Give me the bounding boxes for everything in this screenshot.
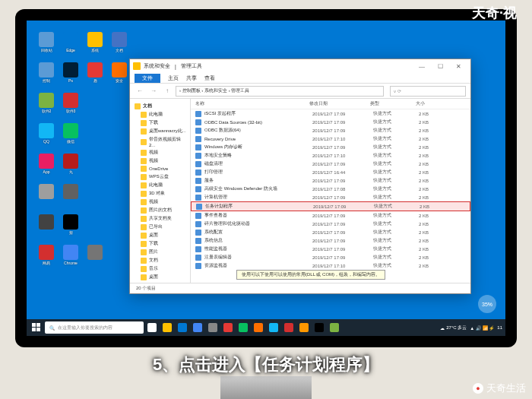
file-row[interactable]: iSCSI 发起程序2019/12/7 17:09快捷方式2 KB <box>191 109 470 118</box>
desktop-icon[interactable] <box>34 214 59 231</box>
tooltip: 使用可以下使用可以使用的常用(DLL 或 COM)，组装，和编写内容。 <box>236 270 385 280</box>
sidebar-item[interactable]: 已导出 <box>130 223 190 231</box>
taskbar-app[interactable] <box>328 321 341 334</box>
file-row[interactable]: 系统配置2019/12/7 17:09快捷方式2 KB <box>191 228 470 236</box>
desktop-icon[interactable]: Chrome <box>59 245 83 266</box>
shortcut-icon <box>195 246 201 252</box>
maximize-button[interactable]: ☐ <box>431 61 449 71</box>
desktop-icon[interactable]: 安全 <box>107 62 131 84</box>
taskbar-app[interactable] <box>191 321 204 334</box>
sidebar-item[interactable]: 图片的文档 <box>130 206 190 214</box>
sidebar-item[interactable]: 图片 <box>130 248 190 256</box>
svg-rect-1 <box>36 323 40 327</box>
desktop-icon[interactable] <box>59 184 83 201</box>
desktop-icon[interactable]: 网易 <box>34 245 59 266</box>
desktop-icon[interactable]: App <box>34 154 59 175</box>
start-button[interactable] <box>30 321 43 334</box>
taskbar-app[interactable] <box>221 321 235 334</box>
clock[interactable]: 11 <box>497 325 502 330</box>
sidebar-item[interactable]: WPS云盘 <box>130 173 190 181</box>
desktop-icon[interactable]: 丸 <box>59 154 83 175</box>
desktop-icon[interactable]: 微信 <box>59 123 83 144</box>
back-button[interactable]: ← <box>135 86 145 97</box>
desktop-icon[interactable]: 回收站 <box>34 32 59 53</box>
desktop-icon[interactable]: 软件2 <box>34 93 59 114</box>
titlebar[interactable]: 系统和安全 | 管理工具 — ☐ ✕ <box>130 59 470 73</box>
desktop-icon[interactable] <box>83 245 107 261</box>
file-row[interactable]: 本地安全策略2019/12/7 17:10快捷方式2 KB <box>191 151 470 160</box>
minimize-button[interactable]: — <box>413 61 431 71</box>
close-button[interactable]: ✕ <box>449 61 467 71</box>
sidebar-item[interactable]: 此电脑 <box>130 181 190 189</box>
desktop-icon[interactable]: QQ <box>34 123 59 144</box>
file-row[interactable]: 性能监视器2019/12/7 17:09快捷方式2 KB <box>191 245 470 253</box>
file-row[interactable]: 注册表编辑器2019/12/7 17:09快捷方式2 KB <box>191 253 470 261</box>
taskbar-app[interactable] <box>282 321 296 334</box>
tray-icons[interactable]: ▲ 🔊 📶 ⚡ <box>470 325 494 331</box>
file-row[interactable]: ODBC 数据源(64)2019/12/7 17:09快捷方式2 KB <box>191 126 470 135</box>
file-row[interactable]: 任务计划程序2019/12/7 17:09快捷方式2 KB <box>191 201 470 211</box>
recording-indicator[interactable]: 35% <box>478 295 496 313</box>
taskbar-app[interactable] <box>297 321 311 334</box>
tab-home[interactable]: 主页 <box>168 74 179 82</box>
taskbar-search[interactable]: 🔍在这里输入你要搜索的内容 <box>45 321 144 334</box>
shortcut-icon <box>195 178 201 184</box>
sidebar-item[interactable]: 共享文档夹 <box>130 214 190 223</box>
sidebar-item[interactable]: 下载 <box>130 239 190 248</box>
sidebar-item[interactable]: 桌面 <box>130 231 190 239</box>
file-row[interactable]: 资源监视器2019/12/7 17:10快捷方式2 KB <box>191 261 470 270</box>
sidebar-item[interactable]: 视频 <box>130 198 190 206</box>
up-button[interactable]: ↑ <box>162 86 173 97</box>
sidebar-item[interactable]: 带音效视频剪辑2... <box>130 135 190 148</box>
desktop-icon[interactable]: Edge <box>59 32 83 53</box>
desktop-icon[interactable]: 控制 <box>34 62 59 84</box>
desktop-icon[interactable]: 系统 <box>83 32 107 53</box>
sidebar-item[interactable]: 桌面 <box>130 273 190 281</box>
sidebar-item[interactable]: 文档 <box>130 102 190 110</box>
desktop-icon[interactable]: Ps <box>59 62 83 84</box>
file-row[interactable]: 高级安全 Windows Defender 防火墙2019/12/7 17:08… <box>191 185 470 193</box>
file-row[interactable]: 服务2019/12/7 17:09快捷方式2 KB <box>191 176 470 185</box>
desktop-icon[interactable]: 文档 <box>107 32 131 53</box>
column-headers[interactable]: 名称 修改日期 类型 大小 <box>191 99 470 109</box>
file-row[interactable]: 打印管理2019/12/7 16:44快捷方式2 KB <box>191 168 470 176</box>
tab-share[interactable]: 共享 <box>186 74 197 82</box>
file-row[interactable]: 碎片整理和优化驱动器2019/12/7 17:09快捷方式2 KB <box>191 220 470 228</box>
sidebar-item[interactable]: 文档 <box>130 256 190 264</box>
file-tab[interactable]: 文件 <box>135 74 160 83</box>
desktop-icon[interactable] <box>34 184 59 201</box>
file-row[interactable]: Recovery Drive2019/12/7 17:10快捷方式2 KB <box>191 135 470 143</box>
system-tray[interactable]: ☁ 27°C 多云 ▲ 🔊 📶 ⚡ 11 <box>440 325 502 331</box>
desktop-icon[interactable]: 软件3 <box>59 93 83 114</box>
taskbar-app[interactable] <box>236 321 250 334</box>
sidebar-item[interactable]: 音乐 <box>130 264 190 273</box>
taskbar-app[interactable] <box>206 321 220 334</box>
sidebar-item[interactable]: 下载 <box>130 119 190 127</box>
weather-widget[interactable]: ☁ 27°C 多云 <box>440 325 467 331</box>
sidebar-item[interactable]: 此电脑 <box>130 110 190 119</box>
sidebar-item[interactable]: 视频 <box>130 148 190 157</box>
address-bar[interactable]: › 控制面板 › 系统和安全 › 管理工具 <box>176 86 384 97</box>
file-row[interactable]: ODBC Data Sources (32-bit)2019/12/7 17:0… <box>191 118 470 126</box>
sidebar-item[interactable]: 视频 <box>130 157 190 165</box>
taskbar-app[interactable] <box>160 321 174 334</box>
taskbar-app[interactable] <box>312 321 326 334</box>
file-row[interactable]: 事件查看器2019/12/7 17:09快捷方式2 KB <box>191 211 470 220</box>
sidebar-item[interactable]: 3D 对象 <box>130 189 190 198</box>
desktop-icon[interactable]: 盾 <box>83 62 107 84</box>
shortcut-icon <box>195 111 201 117</box>
taskbar-app[interactable] <box>267 321 280 334</box>
file-row[interactable]: 系统信息2019/12/7 17:09快捷方式2 KB <box>191 236 470 245</box>
file-row[interactable]: 计算机管理2019/12/7 17:09快捷方式2 KB <box>191 193 470 201</box>
search-box[interactable]: v ⟳ <box>390 86 466 97</box>
file-row[interactable]: 磁盘清理2019/12/7 17:09快捷方式2 KB <box>191 160 470 168</box>
task-view-button[interactable] <box>145 321 159 334</box>
taskbar-app[interactable] <box>176 321 189 334</box>
desktop-icon[interactable]: 剪 <box>59 214 83 236</box>
tab-view[interactable]: 查看 <box>204 74 215 82</box>
file-row[interactable]: Windows 内存诊断2019/12/7 17:09快捷方式2 KB <box>191 143 470 151</box>
sidebar-item[interactable]: OneDrive <box>130 165 190 173</box>
forward-button[interactable]: → <box>148 86 159 97</box>
sidebar-item[interactable]: 桌面wannacry此... <box>130 127 190 135</box>
taskbar-app[interactable] <box>252 321 265 334</box>
